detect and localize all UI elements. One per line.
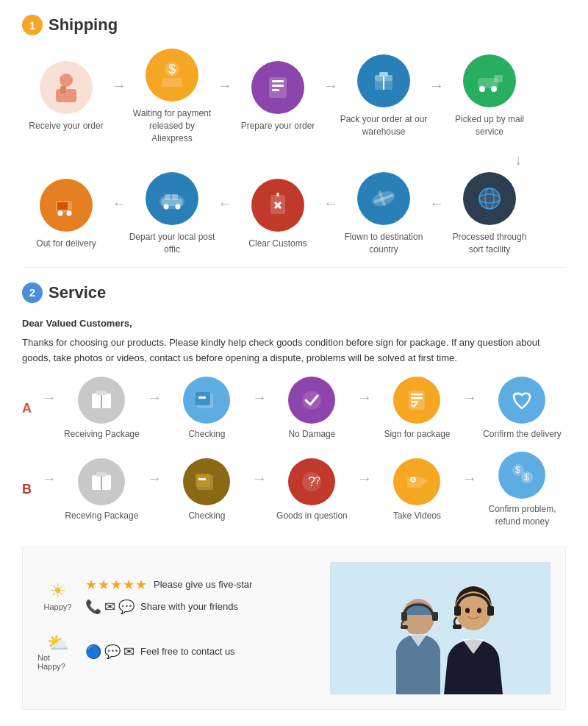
label-b-receive: Receving Package (65, 510, 138, 522)
label-a-confirm: Confirm the delivery (483, 428, 562, 441)
service-header: 2 Service (22, 282, 566, 303)
service-row-b: B → Receving Package → (22, 452, 566, 528)
circle-b-refund: $ $ (498, 452, 545, 499)
svg-rect-8 (272, 85, 284, 87)
flow-label-prepare: Prepare your order (241, 120, 315, 132)
stars-text: Please give us five-star (154, 579, 252, 590)
row-b-arrow4: → (462, 470, 477, 487)
label-a-sign: Sign for package (384, 428, 450, 441)
email-icon: ✉ (104, 599, 115, 615)
svg-rect-9 (272, 89, 279, 91)
phone-icon: 📞 (85, 599, 101, 615)
flow-b-refund: $ $ Confirm problem, refund money (478, 452, 566, 528)
arrow-left2: ← (218, 195, 232, 212)
label-b-video: Take Videos (393, 510, 441, 522)
flow-a-confirm: Confirm the delivery (478, 377, 566, 441)
circle-b-question: ? ? (288, 458, 335, 505)
contact-text: Feel free to contact us (140, 646, 235, 657)
svg-text:$: $ (515, 465, 520, 475)
flow-a-sign: Sign for package (373, 377, 461, 441)
svg-point-17 (491, 86, 497, 92)
svg-point-60 (411, 477, 415, 482)
label-a-receive: Receiving Package (64, 428, 140, 441)
svg-point-21 (67, 210, 72, 216)
svg-point-0 (60, 74, 73, 87)
arrow-left1: ← (112, 195, 126, 212)
flow-a-checking: Checking (163, 377, 251, 441)
row-a-arrow1: → (147, 389, 162, 406)
svg-point-20 (58, 210, 63, 216)
service-intro-bold: Dear Valued Customers, (22, 316, 566, 332)
svg-rect-68 (432, 612, 438, 621)
flow-label-depart: Depart your local post offic (128, 231, 216, 256)
flow-circle-customs (251, 179, 304, 232)
circle-a-nodamage (288, 377, 335, 424)
skype2-icon: 💬 (104, 644, 121, 660)
service-intro-text: Thanks for choosing our products. Please… (22, 335, 566, 366)
cloud-icon: ⛅ (47, 633, 69, 653)
service-row-a: A → Receiving Package → (22, 377, 566, 441)
arrow-left3: ← (323, 195, 338, 212)
svg-rect-19 (57, 202, 68, 210)
flow-item-payment: $ Waiting for payment released by Aliexp… (128, 49, 216, 144)
svg-rect-67 (401, 612, 407, 621)
svg-rect-71 (454, 606, 461, 616)
flow-item-flown: Flown to destination country (340, 172, 428, 256)
circle-b-checking (183, 458, 230, 505)
label-b-refund: Confirm problem, refund money (478, 503, 566, 528)
row-b-arrow1: → (147, 470, 162, 487)
flow-circle-prepare (251, 61, 304, 114)
row-b-arrow2: → (252, 470, 267, 487)
flow-item-customs: Clear Customs (234, 179, 322, 250)
flow-circle-delivery (40, 179, 93, 232)
service-intro: Dear Valued Customers, Thanks for choosi… (22, 316, 566, 366)
flow-a-nodamage: No Damage (268, 377, 356, 441)
star-icons: ★★★★★ (85, 577, 148, 593)
shipping-row2: Out for delivery ← Depart your local pos… (22, 172, 566, 256)
row-a-arrow4: → (462, 389, 477, 406)
svg-rect-40 (96, 391, 107, 395)
flow-label-payment: Waiting for payment released by Aliexpre… (128, 107, 216, 144)
shipping-row1: Receive your order → $ Waiting for payme… (22, 49, 566, 144)
happy-label: Happy? (44, 602, 72, 611)
shipping-title: Shipping (49, 15, 118, 35)
svg-marker-59 (422, 477, 428, 485)
row-b-arrow3: → (357, 470, 372, 487)
svg-rect-51 (96, 472, 107, 477)
stars-row: ★★★★★ Please give us five-star (85, 577, 252, 593)
flow-circle-pack (357, 54, 410, 107)
flow-label-pack: Pack your order at our warehouse (340, 113, 428, 138)
svg-point-74 (465, 608, 470, 613)
row-a-arrow-start: → (42, 389, 57, 406)
row-a-arrow3: → (357, 389, 372, 406)
arrow4: → (429, 77, 444, 94)
svg-rect-47 (411, 397, 423, 399)
shipping-section-num: 1 (22, 15, 43, 35)
row-a-arrow2: → (252, 389, 267, 406)
circle-b-video (393, 458, 440, 505)
flow-item-receive: Receive your order (22, 61, 110, 132)
svg-rect-26 (165, 194, 171, 200)
svg-rect-69 (401, 625, 408, 629)
not-happy-label: Not Happy? (37, 653, 78, 671)
svg-point-24 (164, 204, 169, 210)
svg-point-75 (477, 608, 481, 613)
shipping-section-header: 1 Shipping (22, 15, 566, 35)
arrow3: → (323, 77, 338, 94)
flow-label-delivery: Out for delivery (36, 238, 96, 250)
circle-a-receive (78, 377, 125, 424)
mail-icon: ✉ (123, 644, 135, 660)
svg-rect-2 (60, 86, 66, 93)
svg-text:?: ? (315, 474, 320, 486)
flow-b-checking: Checking (163, 458, 251, 522)
down-arrow: ↓ (22, 152, 566, 168)
sun-icon-block: ☀ Happy? (37, 580, 78, 611)
svg-rect-7 (272, 80, 284, 82)
svg-rect-46 (411, 394, 423, 396)
sun-icon: ☀ (49, 580, 66, 602)
flow-a-receive: Receiving Package (58, 377, 146, 441)
flow-circle-payment: $ (146, 49, 198, 102)
flow-label-flown: Flown to destination country (340, 231, 428, 256)
circle-a-sign (393, 377, 440, 424)
svg-text:$: $ (168, 62, 176, 76)
